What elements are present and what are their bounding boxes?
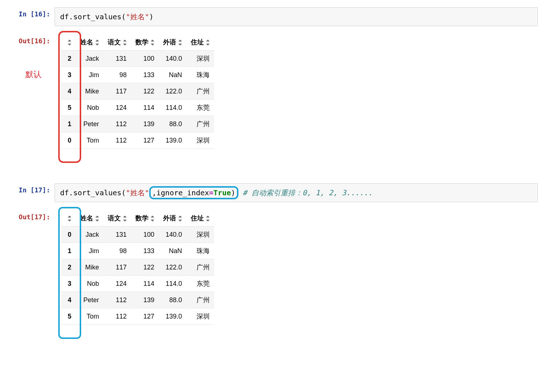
index-header[interactable] (61, 34, 76, 51)
cell: Jim (76, 243, 103, 259)
col-header[interactable]: 住址 (186, 210, 214, 227)
cell: Peter (76, 116, 103, 132)
cell: 124 (103, 100, 131, 116)
sort-icon (178, 40, 182, 45)
col-header[interactable]: 语文 (103, 34, 131, 51)
code-text: df.sort_values("姓名") (60, 12, 154, 21)
cell: NaN (159, 243, 186, 259)
cell: 100 (131, 51, 159, 67)
in-prompt: In [17]: (0, 183, 55, 194)
table-row: 1Jim98133NaN珠海 (61, 243, 214, 259)
col-header[interactable]: 数学 (131, 210, 159, 227)
table-row: 2Mike117122122.0广州 (61, 259, 214, 276)
cell: 140.0 (159, 227, 186, 243)
cell: 深圳 (186, 227, 214, 243)
cell: Nob (76, 276, 103, 292)
table-row: 1Peter11213988.0广州 (61, 116, 214, 132)
cell: Nob (76, 100, 103, 116)
cell: 112 (103, 308, 131, 325)
row-index: 2 (61, 259, 76, 276)
annotation-default: 默认 (25, 69, 41, 80)
out-prompt: Out[17]: (0, 210, 55, 221)
cell: 127 (131, 308, 159, 325)
row-index: 1 (61, 243, 76, 259)
output-area-16: 默认 姓名 语文 数学 外语 住址 2Jack131100140.0深圳3Jim… (55, 33, 538, 165)
sort-icon (95, 40, 99, 45)
row-index: 1 (61, 116, 76, 132)
cell: 珠海 (186, 243, 214, 259)
table-row: 4Peter11213988.0广州 (61, 292, 214, 308)
cell: 东莞 (186, 100, 214, 116)
sort-icon (68, 216, 71, 221)
cell: 133 (131, 243, 159, 259)
sort-icon (95, 216, 99, 221)
row-index: 3 (61, 276, 76, 292)
cell: 广州 (186, 116, 214, 132)
cell: 122 (131, 259, 159, 276)
code-input-17[interactable]: df.sort_values("姓名",ignore_index=True) #… (55, 183, 538, 202)
code-input-16[interactable]: df.sort_values("姓名") (55, 7, 538, 26)
table-row: 5Nob124114114.0东莞 (61, 100, 214, 116)
cell: 122 (131, 83, 159, 100)
row-index: 4 (61, 292, 76, 308)
table-row: 3Nob124114114.0东莞 (61, 276, 214, 292)
cell: 127 (131, 132, 159, 149)
cell: 112 (103, 292, 131, 308)
sort-icon (206, 40, 210, 45)
cell: 114.0 (159, 276, 186, 292)
sort-icon (151, 40, 154, 45)
row-index: 4 (61, 83, 76, 100)
sort-icon (178, 216, 182, 221)
col-header[interactable]: 姓名 (76, 210, 103, 227)
cell: 东莞 (186, 276, 214, 292)
index-header[interactable] (61, 210, 76, 227)
cell: 122.0 (159, 259, 186, 276)
cell: 深圳 (186, 132, 214, 149)
cell: 117 (103, 83, 131, 100)
dataframe-table-16: 姓名 语文 数学 外语 住址 2Jack131100140.0深圳3Jim981… (61, 34, 214, 149)
code-cell-17: In [17]: df.sort_values("姓名",ignore_inde… (0, 183, 538, 202)
cell: Peter (76, 292, 103, 308)
cell: 98 (103, 243, 131, 259)
row-index: 0 (61, 132, 76, 149)
row-index: 5 (61, 100, 76, 116)
table-row: 0Tom112127139.0深圳 (61, 132, 214, 149)
cell: 100 (131, 227, 159, 243)
cell: 深圳 (186, 51, 214, 67)
col-header[interactable]: 姓名 (76, 34, 103, 51)
cell: 122.0 (159, 83, 186, 100)
code-text: df.sort_values("姓名",ignore_index=True) #… (60, 188, 372, 197)
output-area-17: 姓名 语文 数学 外语 住址 0Jack131100140.0深圳1Jim981… (55, 209, 538, 341)
cell: 广州 (186, 292, 214, 308)
cell: 广州 (186, 83, 214, 100)
row-index: 0 (61, 227, 76, 243)
cell: 131 (103, 227, 131, 243)
col-header[interactable]: 住址 (186, 34, 214, 51)
cell: 112 (103, 132, 131, 149)
cell: NaN (159, 67, 186, 83)
code-cell-16: In [16]: df.sort_values("姓名") (0, 7, 538, 26)
annotation-blue-highlight-arg: ,ignore_index=True) (149, 186, 238, 199)
col-header[interactable]: 外语 (159, 34, 186, 51)
cell: 139.0 (159, 132, 186, 149)
cell: Jack (76, 51, 103, 67)
col-header[interactable]: 语文 (103, 210, 131, 227)
in-prompt: In [16]: (0, 7, 55, 18)
table-row: 3Jim98133NaN珠海 (61, 67, 214, 83)
sort-icon (151, 216, 154, 221)
row-index: 3 (61, 67, 76, 83)
cell: 114 (131, 276, 159, 292)
cell: Tom (76, 308, 103, 325)
dataframe-table-17: 姓名 语文 数学 外语 住址 0Jack131100140.0深圳1Jim981… (61, 210, 214, 325)
table-row: 0Jack131100140.0深圳 (61, 227, 214, 243)
table-row: 2Jack131100140.0深圳 (61, 51, 214, 67)
cell: Jim (76, 67, 103, 83)
sort-icon (123, 216, 127, 221)
col-header[interactable]: 外语 (159, 210, 186, 227)
col-header[interactable]: 数学 (131, 34, 159, 51)
out-prompt: Out[16]: (0, 34, 55, 45)
output-cell-16: Out[16]: 默认 姓名 语文 数学 外语 住址 2Jack13110014… (0, 33, 538, 165)
cell: 深圳 (186, 308, 214, 325)
sort-icon (206, 216, 210, 221)
cell: 117 (103, 259, 131, 276)
